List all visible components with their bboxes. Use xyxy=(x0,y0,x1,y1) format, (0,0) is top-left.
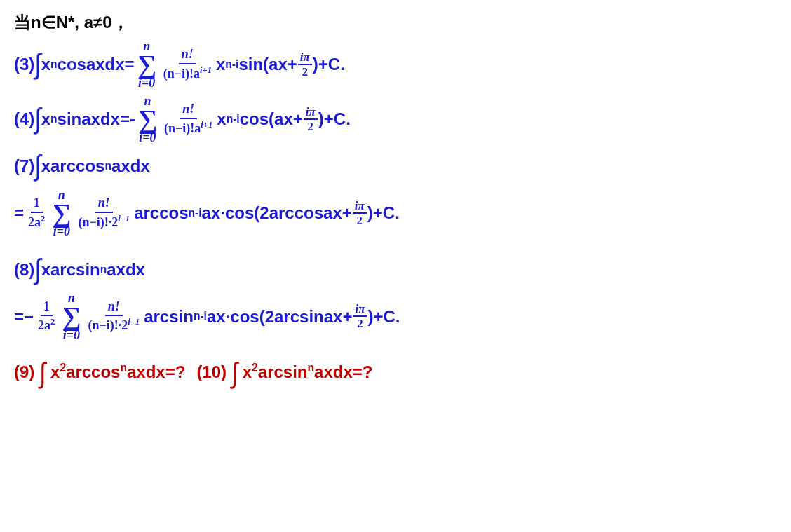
inner-den: 2 xyxy=(355,214,365,226)
inner-den: 2 xyxy=(306,120,316,132)
fraction-den: (n−i)!·2i+1 xyxy=(75,213,133,230)
fraction-num: n! xyxy=(95,196,113,213)
tail: )+C. xyxy=(367,201,400,225)
equals: =− xyxy=(14,305,34,329)
tail: )+C. xyxy=(367,305,400,329)
var-x2: x xyxy=(217,107,226,131)
tail: )+C. xyxy=(318,107,351,131)
sigma-icon: ∑ xyxy=(52,201,71,225)
lhs-tail: sinaxdx=- xyxy=(58,107,135,131)
pref-den: 2a2 xyxy=(35,316,58,333)
formula-label: (9) xyxy=(14,362,34,381)
rhs-mid: ax·cos(2arcsinax+ xyxy=(207,305,352,329)
func: arcsin xyxy=(258,362,308,381)
inner-num: iπ xyxy=(298,51,312,65)
rhs-func: arccos xyxy=(134,201,188,225)
formula-label: (10) xyxy=(196,362,227,381)
exponent-2: n xyxy=(120,362,127,374)
sin-part: sin(ax+ xyxy=(238,53,297,76)
rhs-func: arcsin xyxy=(144,305,194,329)
header-text: 当n∈N*, a≠0， xyxy=(14,11,129,34)
sum-symbol: n ∑ i=0 xyxy=(62,292,81,341)
fraction-num: n! xyxy=(179,48,196,64)
fraction-coeff: n! (n−i)!ai+1 xyxy=(161,48,215,81)
integral-icon: ∫ xyxy=(34,250,41,289)
integral-icon: ∫ xyxy=(34,146,41,186)
formula-label: (8) xyxy=(14,258,34,282)
formula-label: (7) xyxy=(14,154,34,178)
equals: = xyxy=(14,201,24,225)
inner-den: 2 xyxy=(300,65,311,78)
tail: )+C. xyxy=(313,53,345,76)
sum-symbol: n ∑ i=0 xyxy=(138,95,157,144)
var-x: x xyxy=(50,362,60,381)
func: arccos xyxy=(66,362,120,381)
fraction-num: n! xyxy=(105,300,123,317)
rhs-mid: ax·cos(2arccosax+ xyxy=(202,201,352,225)
formula-3: (3) ∫ xncosaxdx= n ∑ i=0 n! (n−i)!ai+1 x… xyxy=(14,40,777,89)
sigma-icon: ∑ xyxy=(137,53,156,76)
prefactor-frac: 1 2a2 xyxy=(25,196,48,230)
prefactor-frac: 1 2a2 xyxy=(35,300,58,334)
fraction-den: (n−i)!·2i+1 xyxy=(85,316,142,333)
var-x2: x xyxy=(216,53,225,76)
sum-lower: i=0 xyxy=(138,76,155,89)
exponent: 2 xyxy=(252,362,258,374)
formula-8-rhs: =− 1 2a2 n ∑ i=0 n! (n−i)!·2i+1 arcsinn-… xyxy=(14,292,777,341)
formula-7-rhs: = 1 2a2 n ∑ i=0 n! (n−i)!·2i+1 arccosn-i… xyxy=(14,189,777,238)
fraction-den: (n−i)!ai+1 xyxy=(161,119,215,136)
formula-label: (3) xyxy=(14,53,34,76)
pref-num: 1 xyxy=(31,196,43,213)
sum-symbol: n ∑ i=0 xyxy=(137,40,156,89)
integral-icon: ∫ xyxy=(231,353,238,393)
precondition-text: 当n∈N*, a≠0， xyxy=(14,11,777,34)
tail: axdx=? xyxy=(127,362,185,381)
inner-frac: iπ 2 xyxy=(353,200,367,226)
formula-label: (4) xyxy=(14,107,34,131)
sum-symbol: n ∑ i=0 xyxy=(52,189,71,238)
inner-num: iπ xyxy=(353,303,367,317)
sigma-icon: ∑ xyxy=(62,304,81,328)
fraction-num: n! xyxy=(180,102,197,119)
sum-lower: i=0 xyxy=(139,131,156,144)
var-x: x xyxy=(41,53,50,76)
integral-icon: ∫ xyxy=(39,353,46,393)
inner-frac: iπ 2 xyxy=(298,51,312,78)
sum-lower: i=0 xyxy=(53,225,70,238)
lhs-tail: cosaxdx= xyxy=(58,53,135,76)
fraction-coeff: n! (n−i)!ai+1 xyxy=(161,102,215,136)
formula-9: (9) ∫ x2arccosnaxdx=? xyxy=(14,357,185,390)
inner-den: 2 xyxy=(355,317,365,329)
lhs-after: axdx xyxy=(111,154,150,178)
fraction-coeff: n! (n−i)!·2i+1 xyxy=(85,300,142,334)
var-x: x xyxy=(41,107,50,131)
question-row: (9) ∫ x2arccosnaxdx=? (10) ∫ x2arcsinnax… xyxy=(14,357,777,390)
lhs-before: xarccos xyxy=(41,154,105,178)
inner-frac: iπ 2 xyxy=(353,303,367,329)
exponent-2: n xyxy=(308,362,315,374)
sum-lower: i=0 xyxy=(63,329,80,341)
inner-num: iπ xyxy=(353,200,367,214)
var-x: x xyxy=(243,362,252,381)
formula-4: (4) ∫ xnsinaxdx=- n ∑ i=0 n! (n−i)!ai+1 … xyxy=(14,95,777,144)
integral-icon: ∫ xyxy=(34,44,41,84)
formula-10: (10) ∫ x2arcsinnaxdx=? xyxy=(196,357,372,390)
formula-7-lhs: (7) ∫ xarccosnaxdx xyxy=(14,149,777,183)
tail: axdx=? xyxy=(314,362,372,381)
inner-frac: iπ 2 xyxy=(304,106,318,132)
formula-8-lhs: (8) ∫ xarcsinnaxdx xyxy=(14,253,777,287)
fraction-den: (n−i)!ai+1 xyxy=(161,64,215,81)
integral-icon: ∫ xyxy=(34,99,41,139)
sigma-icon: ∑ xyxy=(138,107,157,131)
exponent: 2 xyxy=(60,362,66,374)
pref-den: 2a2 xyxy=(25,213,48,230)
fraction-coeff: n! (n−i)!·2i+1 xyxy=(75,196,133,230)
lhs-after: axdx xyxy=(107,258,145,282)
cos-part: cos(ax+ xyxy=(240,107,303,131)
pref-num: 1 xyxy=(41,300,53,317)
inner-num: iπ xyxy=(304,106,318,120)
lhs-before: xarcsin xyxy=(41,258,100,282)
